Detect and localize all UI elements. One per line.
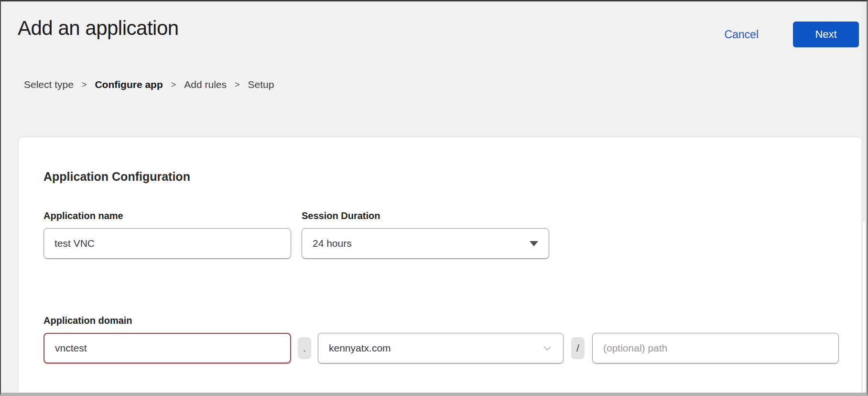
domain-select-value: kennyatx.com [329,342,391,354]
path-input[interactable] [592,333,839,363]
caret-down-icon [530,241,538,246]
dot-separator: . [298,337,311,359]
breadcrumb-step-select-type[interactable]: Select type [24,79,74,90]
session-duration-label: Session Duration [302,210,549,221]
application-configuration-card: Application Configuration Application na… [18,137,862,393]
breadcrumb-separator: > [171,80,176,90]
add-application-page: Add an application Cancel Next Select ty… [1,1,867,393]
subdomain-input[interactable] [43,333,291,363]
breadcrumb-step-configure-app[interactable]: Configure app [95,79,163,90]
page-header: Add an application Cancel Next [18,15,859,47]
scrollbar-thumb[interactable] [862,220,866,393]
page-title: Add an application [18,15,179,42]
cancel-button[interactable]: Cancel [724,28,759,41]
section-title: Application Configuration [43,170,837,184]
application-name-input[interactable] [43,228,291,259]
application-domain-label: Application domain [43,315,837,326]
application-domain-field: Application domain . kennyatx.com / [43,315,837,363]
slash-separator: / [571,337,585,359]
breadcrumb-step-setup[interactable]: Setup [248,79,274,90]
app-window: Add an application Cancel Next Select ty… [0,0,868,396]
session-duration-select[interactable]: 24 hours [302,228,549,259]
breadcrumb-separator: > [82,80,87,90]
next-button[interactable]: Next [793,22,859,47]
session-duration-field: Session Duration 24 hours [302,210,549,259]
application-name-field: Application name [43,210,291,259]
scrollbar-track[interactable] [861,1,867,393]
name-duration-row: Application name Session Duration 24 hou… [43,210,837,259]
session-duration-value: 24 hours [313,238,352,249]
breadcrumb-separator: > [235,80,240,90]
application-domain-row: . kennyatx.com / [43,333,837,363]
domain-select[interactable]: kennyatx.com [318,333,564,363]
breadcrumb: Select type > Configure app > Add rules … [24,79,274,90]
header-actions: Cancel Next [724,22,859,47]
breadcrumb-step-add-rules[interactable]: Add rules [184,79,227,90]
application-name-label: Application name [43,210,291,221]
chevron-down-icon [542,343,553,353]
